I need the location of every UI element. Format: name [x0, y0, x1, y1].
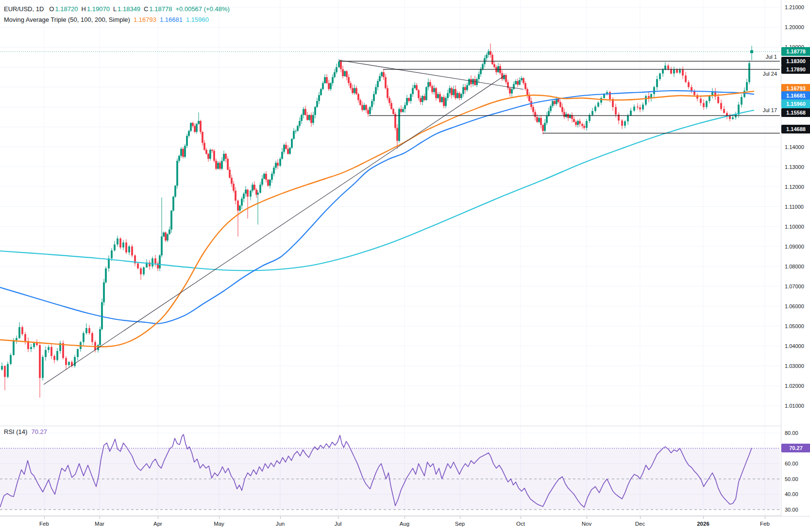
price-axis-label: 1.08000 [781, 264, 810, 269]
price-axis-label: 1.01000 [781, 403, 810, 409]
ma50-line [0, 91, 754, 347]
time-tick [44, 516, 45, 519]
price-axis-label: 1.21000 [781, 4, 810, 10]
price-badge-1.17890: 1.17890 [781, 65, 810, 74]
price-badge-1.18778: 1.18778 [781, 47, 810, 56]
month-label-2026: 2026 [697, 521, 709, 527]
last-price-marker [750, 50, 753, 53]
time-tick [765, 516, 765, 519]
moving-averages [0, 91, 754, 347]
ma-row: Moving Average Triple (50, 100, 200, Sim… [4, 15, 230, 25]
trendline-2 [339, 60, 523, 89]
price-axis-label: 1.04000 [781, 343, 810, 349]
symbol-title: EUR/USD, 1D [4, 5, 44, 13]
price-axis-label: 1.09000 [781, 244, 810, 249]
drawings[interactable] [44, 60, 780, 384]
price-badge-1.14688: 1.14688 [781, 125, 810, 133]
price-axis-label: 1.05000 [781, 323, 810, 329]
ohlc-row: EUR/USD, 1DO1.18720H1.19070L1.18349C1.18… [4, 4, 230, 15]
price-axis-label: 1.03000 [781, 363, 810, 369]
ma100-line [0, 91, 754, 324]
chart-canvas[interactable] [0, 0, 810, 532]
price-axis-label: 1.07000 [781, 283, 810, 289]
price-axis-label: 1.10000 [781, 224, 810, 230]
month-label-Dec: Dec [635, 521, 645, 527]
month-label-Apr: Apr [153, 521, 162, 527]
ohlc-values: O1.18720H1.19070L1.18349C1.18778 [46, 5, 172, 13]
line-date-label-Jul-24: Jul 24 [763, 71, 777, 77]
rsi-value-badge: 70.27 [781, 444, 810, 452]
ohlc-value: 1.18349 [118, 5, 140, 13]
price-axis-label: 1.11000 [781, 204, 810, 210]
month-label-Mar: Mar [95, 521, 104, 527]
time-tick [280, 516, 281, 519]
symbol-legend[interactable]: EUR/USD, 1DO1.18720H1.19070L1.18349C1.18… [4, 4, 230, 25]
price-badge-1.15568: 1.15568 [781, 108, 810, 117]
time-tick [521, 516, 521, 519]
ohlc-value: 1.18778 [150, 5, 172, 13]
price-axis-label: 1.14000 [781, 144, 810, 150]
rsi-legend[interactable]: RSI (14)70.27 [4, 428, 47, 435]
ma-values: 1.167931.166811.15960 [130, 16, 209, 23]
ma-value: 1.16681 [160, 16, 183, 23]
rsi-label: RSI (14) [4, 428, 27, 435]
rsi-axis-label: 40.00 [781, 491, 810, 497]
time-axis[interactable]: FebMarAprMayJunJulAugSepOctNovDec2026Feb [0, 516, 810, 532]
rsi-axis-label: 50.00 [781, 476, 810, 482]
rsi-axis-label: 80.00 [781, 430, 810, 436]
time-tick [100, 516, 100, 519]
time-tick [460, 516, 460, 519]
time-tick [158, 516, 158, 519]
price-axis-label: 1.13000 [781, 164, 810, 170]
price-badge-1.16681: 1.16681 [781, 91, 810, 100]
month-label-Jun: Jun [276, 521, 285, 527]
time-tick [219, 516, 219, 519]
time-tick [338, 516, 338, 519]
line-date-label-Jul-17: Jul 17 [763, 107, 777, 113]
time-tick [587, 516, 587, 519]
price-change: +0.00567 (+0.48%) [176, 5, 230, 13]
price-axis-label: 1.12000 [781, 184, 810, 190]
month-label-Nov: Nov [582, 521, 591, 527]
time-tick [703, 516, 704, 519]
ohlc-key: L [113, 5, 117, 13]
rsi-axis-label: 30.00 [781, 507, 810, 513]
month-label-Jul: Jul [335, 521, 342, 527]
gridlines [0, 0, 780, 515]
ma-indicator-label: Moving Average Triple (50, 100, 200, Sim… [4, 16, 130, 23]
month-label-Oct: Oct [516, 521, 525, 527]
rsi-axis-label: 60.00 [781, 461, 810, 466]
time-tick [405, 516, 405, 519]
trading-chart-window: EUR/USD, 1DO1.18720H1.19070L1.18349C1.18… [0, 0, 810, 532]
ma-value: 1.16793 [134, 16, 156, 23]
month-label-May: May [214, 521, 224, 527]
price-axis-label: 1.20000 [781, 24, 810, 30]
month-label-Sep: Sep [455, 521, 465, 527]
ohlc-value: 1.18720 [55, 5, 78, 13]
ohlc-key: H [81, 5, 85, 13]
ohlc-key: C [144, 5, 148, 13]
price-badge-1.18300: 1.18300 [781, 57, 810, 66]
price-axis-label: 1.02000 [781, 383, 810, 389]
price-axis[interactable]: 1.210001.200001.190001.180001.170001.160… [781, 0, 810, 516]
price-badge-1.15960: 1.15960 [781, 100, 810, 108]
ohlc-value: 1.19070 [87, 5, 110, 13]
line-date-label-Jul-1: Jul 1 [766, 54, 777, 60]
ohlc-key: O [49, 5, 54, 13]
time-tick [640, 516, 641, 519]
rsi-value: 70.27 [31, 428, 47, 435]
month-label-Feb: Feb [39, 521, 49, 527]
month-label-Feb: Feb [760, 521, 770, 527]
ma-value: 1.15960 [186, 16, 209, 23]
price-axis-label: 1.06000 [781, 303, 810, 309]
trendline-1 [44, 75, 505, 384]
month-label-Aug: Aug [400, 521, 409, 527]
